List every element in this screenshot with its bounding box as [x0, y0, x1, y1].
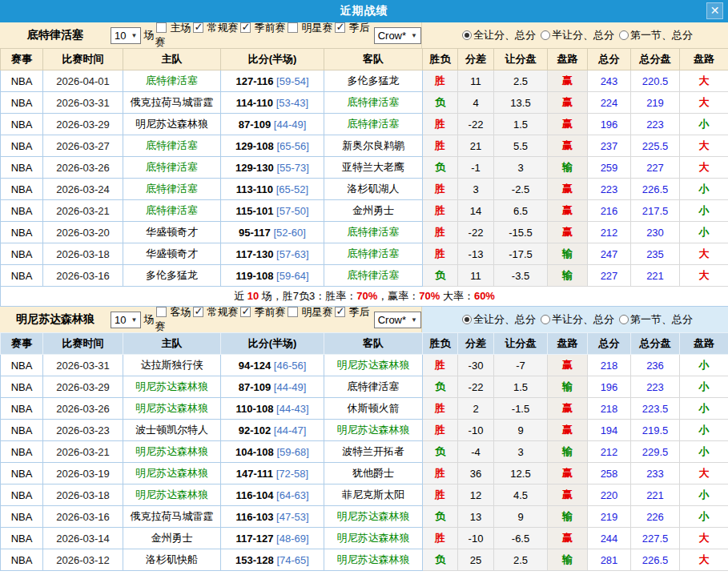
- radio-selected[interactable]: [462, 30, 472, 40]
- result-cell: 负: [423, 376, 458, 398]
- total-points-cell: 212: [588, 441, 631, 463]
- date-cell: 2026-04-01: [43, 70, 123, 92]
- handicap-trend-cell: 赢: [548, 463, 588, 484]
- point-diff-cell: 2: [458, 398, 494, 420]
- summary-text: 场，胜7负3：胜率：: [259, 290, 356, 302]
- radio-selected[interactable]: [462, 315, 472, 324]
- title-bar: 近期战绩 ✕: [0, 0, 728, 22]
- checkbox-checked[interactable]: [240, 307, 251, 317]
- total-points-value: 243: [601, 75, 618, 87]
- checkbox-checked[interactable]: [193, 22, 203, 33]
- total-points-value: 258: [601, 468, 618, 480]
- games-count-select[interactable]: 10 ▼: [111, 312, 141, 328]
- checkbox-unchecked[interactable]: [288, 307, 298, 317]
- handicap-trend-value: 赢: [562, 424, 573, 436]
- match-date: 2026-03-31: [56, 360, 110, 372]
- result-value: 负: [435, 96, 445, 108]
- away-team: 明尼苏达森林狼: [337, 359, 410, 371]
- halftime-score: [48-69]: [276, 533, 308, 545]
- handicap-cell: 13.5: [494, 92, 548, 114]
- games-count-select[interactable]: 10 ▼: [111, 27, 141, 44]
- match-date: 2026-03-24: [56, 183, 110, 195]
- away-team-cell: 底特律活塞: [324, 92, 423, 114]
- result-value: 负: [435, 380, 445, 392]
- total-line-value: 219: [646, 97, 664, 109]
- result-cell: 负: [423, 506, 458, 528]
- handicap-trend-value: 赢: [562, 139, 573, 151]
- home-team-cell: 底特律活塞: [123, 157, 221, 179]
- total-points-value: 247: [601, 248, 618, 260]
- score-cell: 117-127 [48-69]: [221, 528, 324, 549]
- halftime-score: [65-56]: [276, 140, 308, 152]
- handicap-trend-cell: 输: [548, 506, 588, 528]
- total-line-value: 220.5: [642, 75, 669, 87]
- checkbox-checked[interactable]: [240, 22, 251, 33]
- handicap-trend-cell: 输: [548, 441, 588, 463]
- checkbox-unchecked[interactable]: [156, 307, 167, 317]
- result-value: 负: [435, 553, 445, 565]
- total-line-value: 229.5: [642, 446, 669, 458]
- total-line-value: 227.5: [642, 533, 669, 545]
- final-score: 113-110: [236, 183, 273, 195]
- total-points-value: 259: [601, 162, 618, 174]
- radio-unselected[interactable]: [619, 30, 629, 40]
- result-value: 胜: [435, 359, 445, 371]
- checkbox-unchecked[interactable]: [288, 22, 298, 33]
- date-cell: 2026-03-19: [43, 463, 123, 484]
- handicap-trend-value: 赢: [562, 467, 573, 479]
- result-value: 胜: [435, 467, 445, 479]
- radio-unselected[interactable]: [541, 30, 550, 40]
- column-header: 胜负: [423, 333, 458, 355]
- league-cell: NBA: [1, 441, 43, 463]
- over-under-cell: 大: [680, 135, 728, 157]
- away-team: 多伦多猛龙: [348, 74, 400, 86]
- checkbox-checked[interactable]: [335, 22, 345, 33]
- point-diff-cell: -30: [458, 355, 494, 376]
- result-cell: 负: [423, 441, 458, 463]
- over-under-value: 大: [699, 161, 710, 173]
- source-select[interactable]: Crow* ▼: [374, 312, 421, 328]
- league-cell: NBA: [1, 222, 43, 243]
- score-cell: 92-102 [44-47]: [221, 420, 324, 441]
- final-score: 87-109: [239, 119, 271, 131]
- match-date: 2026-03-19: [56, 468, 110, 480]
- final-score: 116-104: [235, 489, 273, 501]
- checkbox-unchecked[interactable]: [156, 22, 167, 33]
- source-select[interactable]: Crow* ▼: [374, 27, 421, 44]
- table-row: NBA2026-03-16俄克拉荷马城雷霆116-103 [47-53]明尼苏达…: [1, 506, 728, 528]
- home-team: 华盛顿奇才: [146, 226, 198, 238]
- away-team: 新奥尔良鹈鹕: [342, 139, 404, 151]
- handicap-cell: 1.5: [494, 114, 548, 135]
- total-line-value: 223: [646, 119, 664, 131]
- result-value: 胜: [435, 424, 445, 436]
- total-points-cell: 219: [588, 506, 631, 528]
- checkbox-checked[interactable]: [193, 307, 203, 317]
- total-line-value: 217.5: [642, 205, 669, 217]
- total-points-value: 216: [601, 205, 618, 217]
- total-line-value: 223.5: [642, 403, 669, 415]
- total-line-value: 219.5: [642, 424, 669, 436]
- close-icon[interactable]: ✕: [706, 2, 723, 19]
- results-table: 赛事比赛时间主队比分(半场)客队胜负分差让分盘盘路总分总分盘盘路 NBA2026…: [0, 332, 728, 571]
- away-team: 底特律活塞: [348, 380, 400, 392]
- away-team: 明尼苏达森林狼: [337, 510, 410, 522]
- final-score: 87-109: [239, 381, 271, 393]
- checkbox-checked[interactable]: [335, 307, 345, 317]
- total-line-cell: 236: [631, 355, 680, 376]
- match-date: 2026-03-18: [56, 489, 110, 501]
- handicap-cell: 2.5: [494, 70, 548, 92]
- score-cell: 153-128 [74-65]: [221, 549, 324, 571]
- radio-unselected[interactable]: [619, 315, 629, 324]
- over-under-cell: 大: [680, 92, 728, 114]
- handicap-cell: 12.5: [494, 463, 548, 484]
- league-cell: NBA: [1, 463, 43, 484]
- point-diff-cell: 11: [458, 265, 494, 287]
- radio-unselected[interactable]: [541, 315, 550, 324]
- match-date: 2026-03-27: [56, 140, 110, 152]
- handicap-trend-cell: 赢: [548, 484, 588, 506]
- handicap-cell: 6.5: [494, 200, 548, 222]
- total-points-value: 212: [601, 446, 618, 458]
- over-under-value: 小: [699, 359, 710, 371]
- summary-stat: 10: [247, 290, 259, 302]
- total-points-cell: 218: [588, 398, 631, 420]
